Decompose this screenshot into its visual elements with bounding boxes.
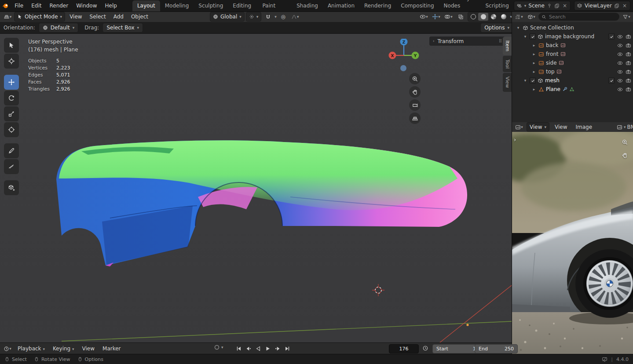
close-icon[interactable]: × [622, 3, 628, 9]
network-offline-icon[interactable] [602, 357, 607, 362]
shading-material-button[interactable] [488, 13, 498, 21]
shading-rendered-button[interactable] [498, 13, 509, 21]
region-expand-icon[interactable]: › [514, 136, 516, 143]
outliner-row-plane[interactable]: ▸ Plane [512, 85, 633, 94]
snap-dropdown[interactable]: ▾ [274, 15, 277, 19]
add-cube-tool[interactable] [4, 180, 19, 195]
snap-toggle[interactable] [263, 12, 273, 21]
play-reverse-button[interactable] [254, 344, 262, 353]
orientation-dropdown[interactable]: Global ▾ [210, 12, 245, 22]
falloff-dropdown[interactable]: ▾ [290, 12, 300, 21]
eye-icon[interactable] [617, 60, 623, 66]
tab-layout[interactable]: Layout [132, 0, 160, 11]
outliner-row-back[interactable]: ▸ back [512, 41, 633, 50]
camera-icon[interactable] [626, 51, 631, 57]
menu-select[interactable]: Select [87, 13, 109, 21]
timeline[interactable]: ▾ Playback ▾ Keying ▾ View Marker ▾ [0, 342, 512, 354]
menu-image[interactable]: Image [573, 123, 596, 131]
expand-icon[interactable]: ▾ [516, 25, 521, 30]
play-button[interactable] [263, 344, 272, 353]
tab-animation[interactable]: Animation [323, 0, 359, 11]
jump-start-button[interactable] [234, 344, 243, 353]
camera-icon[interactable] [626, 34, 631, 40]
zoom-button[interactable] [409, 73, 421, 84]
camera-icon[interactable] [626, 69, 631, 75]
row-label[interactable]: front [546, 51, 559, 57]
object-origin-dot[interactable] [466, 324, 468, 326]
tab-modeling[interactable]: Modeling [160, 0, 194, 11]
cursor-tool[interactable] [4, 54, 19, 69]
expand-icon[interactable]: ▸ [531, 69, 537, 74]
timeline-editor-dropdown[interactable]: ▾ [2, 344, 13, 353]
menu-marker[interactable]: Marker [99, 345, 124, 353]
outliner-editor-dropdown[interactable]: ▾ [514, 12, 524, 21]
row-label[interactable]: back [546, 42, 559, 48]
exclude-checkbox[interactable] [530, 33, 536, 40]
image-mode-dropdown[interactable]: View ▾ [527, 122, 549, 132]
mode-dropdown[interactable]: Object Mode ▾ [14, 12, 65, 22]
tab-compositing[interactable]: Compositing [396, 0, 439, 11]
current-frame-field[interactable]: 176 [389, 344, 419, 353]
shading-wireframe-button[interactable] [468, 13, 478, 21]
outliner-row-front[interactable]: ▸ front [512, 50, 633, 58]
outliner-row-side[interactable]: ▸ side [512, 58, 633, 67]
menu-view[interactable]: View [66, 13, 85, 21]
tab-shading[interactable]: Shading [292, 0, 323, 11]
expand-icon[interactable]: ▸ [531, 87, 537, 91]
modifier-wrench-icon[interactable] [562, 87, 567, 92]
jump-end-button[interactable] [283, 344, 291, 353]
camera-icon[interactable] [626, 78, 631, 84]
eye-icon[interactable] [617, 69, 623, 75]
menu-view[interactable]: View [552, 123, 570, 131]
outliner-row-mesh[interactable]: ▾ mesh [512, 76, 633, 85]
exclude-checkbox[interactable] [530, 77, 536, 84]
editor-type-dropdown[interactable]: ▾ [2, 12, 13, 21]
outliner-row-scene-collection[interactable]: ▾ Scene Collection [512, 23, 633, 32]
expand-icon[interactable]: ▸ [531, 43, 537, 47]
tab-uv-editing[interactable]: UV Editing [228, 0, 257, 11]
row-label[interactable]: Scene Collection [530, 25, 574, 31]
viewlayer-selector[interactable]: ViewLayer × [574, 1, 630, 11]
selectable-checkbox[interactable] [608, 33, 615, 40]
viewlayer-name[interactable]: ViewLayer [585, 3, 612, 9]
menu-object[interactable]: Object [128, 13, 151, 21]
overlays-dropdown[interactable]: ▾ [443, 12, 454, 21]
pan-button[interactable] [622, 152, 628, 159]
transform-tool[interactable] [4, 122, 19, 137]
expand-icon[interactable]: ▾ [523, 78, 528, 83]
tab-sculpting[interactable]: Sculpting [194, 0, 228, 11]
scene-name[interactable]: Scene [528, 3, 545, 9]
viewport-3d[interactable]: User Perspective (176) mesh | Plane Obje… [0, 33, 512, 342]
menu-edit[interactable]: Edit [27, 0, 45, 11]
zoom-button[interactable] [622, 139, 628, 146]
select-box-tool[interactable] [4, 38, 19, 53]
camera-icon[interactable] [626, 43, 631, 48]
menu-file[interactable]: File [11, 0, 27, 11]
frame-start-field[interactable]: Start 1 [432, 344, 480, 353]
image-editor-dropdown[interactable]: ▾ [514, 123, 524, 131]
image-editor-canvas[interactable]: › [512, 132, 633, 354]
row-label[interactable]: Plane [546, 86, 560, 92]
selectable-checkbox[interactable] [608, 77, 615, 84]
menu-add[interactable]: Add [110, 13, 127, 21]
pivot-dropdown[interactable]: ▾ [246, 12, 262, 22]
row-label[interactable]: mesh [545, 77, 560, 84]
new-scene-icon[interactable] [554, 3, 560, 8]
close-icon[interactable]: × [562, 3, 568, 9]
menu-window[interactable]: Window [72, 0, 101, 11]
outliner-search[interactable] [538, 13, 619, 21]
gizmo-dropdown[interactable]: ▾ [431, 12, 441, 21]
display-mode-dropdown[interactable]: ▾ [526, 12, 537, 21]
menu-view[interactable]: View [79, 345, 98, 353]
tab-view[interactable]: View [503, 73, 512, 91]
frame-end-field[interactable]: End 250 [475, 344, 518, 353]
rotate-tool[interactable] [4, 91, 19, 106]
image-datablock-icon[interactable] [617, 124, 622, 130]
eye-icon[interactable] [617, 34, 623, 40]
drag-mode-dropdown[interactable]: Select Box ▾ [102, 23, 143, 33]
outliner-row-top[interactable]: ▸ top [512, 67, 633, 76]
eye-icon[interactable] [617, 51, 623, 57]
keying-dropdown[interactable]: Keying ▾ [50, 345, 77, 353]
use-preview-range-toggle[interactable] [422, 345, 428, 351]
measure-tool[interactable] [4, 159, 19, 174]
